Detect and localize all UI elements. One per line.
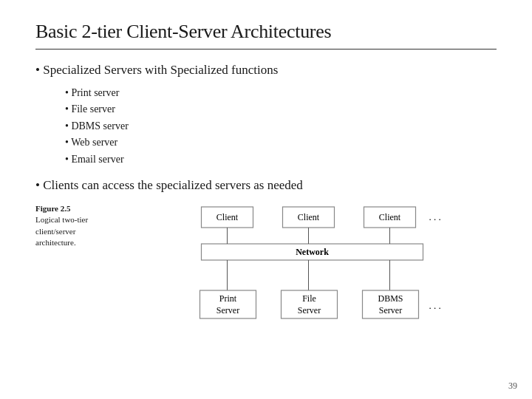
sub-bullet-dbms: DBMS server <box>65 118 497 134</box>
print-server-label-line1: Print <box>219 293 237 304</box>
client-label-1: Client <box>216 212 239 222</box>
ellipsis-bottom: . . . <box>429 300 441 311</box>
diagram-svg: Client Client Client . . . Network <box>120 203 497 332</box>
diagram-area: Figure 2.5 Logical two-tier client/serve… <box>35 203 497 332</box>
main-bullet-1: Specialized Servers with Specialized fun… <box>35 63 497 78</box>
file-server-label-line2: Server <box>298 305 321 316</box>
network-label: Network <box>296 247 329 257</box>
sub-bullet-email: Email server <box>65 151 497 168</box>
dbms-server-label-line2: Server <box>379 305 402 316</box>
slide: Basic 2-tier Client-Server Architectures… <box>0 0 532 399</box>
client-label-3: Client <box>379 212 401 222</box>
slide-title: Basic 2-tier Client-Server Architectures <box>35 21 497 43</box>
main-bullet-2: Clients can access the specialized serve… <box>35 178 497 193</box>
sub-bullet-list: Print server File server DBMS server Web… <box>65 85 497 168</box>
sub-bullet-print: Print server <box>65 85 497 101</box>
architecture-diagram: Client Client Client . . . Network <box>120 203 497 332</box>
dbms-server-label-line1: DBMS <box>378 293 403 304</box>
ellipsis-top: . . . <box>429 211 441 222</box>
client-label-2: Client <box>298 212 320 222</box>
file-server-label-line1: File <box>302 293 316 304</box>
page-number: 39 <box>508 381 517 392</box>
sub-bullet-file: File server <box>65 101 497 117</box>
title-divider <box>35 49 497 50</box>
figure-description: Logical two-tier client/server architect… <box>35 215 88 247</box>
print-server-label-line2: Server <box>216 305 239 316</box>
figure-label: Figure 2.5 Logical two-tier client/serve… <box>35 203 113 249</box>
sub-bullet-web: Web server <box>65 134 497 151</box>
figure-title: Figure 2.5 <box>35 204 70 213</box>
